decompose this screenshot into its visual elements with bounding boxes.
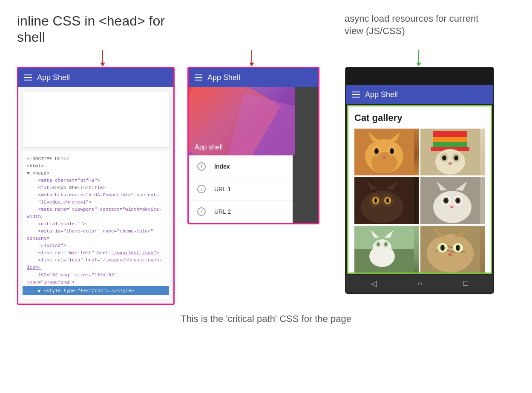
- phone-left-title: App Shell: [37, 73, 70, 82]
- white-content-box: [23, 92, 169, 147]
- cat-image-3: [354, 177, 414, 224]
- svg-point-41: [450, 206, 454, 208]
- bg-dark: [293, 87, 318, 224]
- nav-home-icon[interactable]: ○: [418, 279, 423, 288]
- arrow-right: [416, 50, 421, 66]
- cat-image-6: [420, 226, 480, 273]
- hamburger-icon-right[interactable]: [352, 92, 360, 98]
- top-labels: inline CSS in <head> for shell async loa…: [17, 13, 515, 46]
- phone-middle: App Shell App shell i Index: [187, 67, 319, 224]
- phone-middle-header: App Shell: [189, 68, 318, 87]
- main-layout: inline CSS in <head> for shell async loa…: [17, 13, 515, 324]
- info-icon-1: i: [197, 185, 206, 193]
- bottom-label: This is the 'critical path' CSS for the …: [17, 313, 515, 324]
- arrow-tip-red-mid: [249, 63, 254, 66]
- cat-cell-6: [420, 226, 485, 273]
- hamburger-icon-left[interactable]: [24, 75, 32, 80]
- arrow-left: [100, 50, 105, 66]
- cat-cell-4: [420, 177, 485, 224]
- svg-rect-15: [433, 142, 467, 147]
- phone-right-black-top: [346, 68, 493, 85]
- svg-point-29: [374, 198, 377, 203]
- drawer-item-2[interactable]: i URL 2: [189, 201, 295, 223]
- svg-point-11: [382, 156, 386, 159]
- cat-cell-1: [354, 129, 419, 175]
- phone-right-title: App Shell: [365, 90, 398, 99]
- drawer-panel: App shell i Index i URL 1 i U: [189, 87, 295, 223]
- info-icon-2: i: [197, 207, 206, 216]
- code-highlight-row: ... ▶ <style type="text/css">…</style>: [23, 286, 169, 295]
- annotation-arrows: [17, 50, 515, 67]
- drawer-label: App shell: [195, 143, 223, 151]
- cat-image-5: [354, 226, 414, 273]
- svg-point-2: [371, 152, 397, 173]
- cat-cell-3: [354, 177, 419, 224]
- svg-point-51: [384, 242, 388, 247]
- svg-point-58: [440, 245, 445, 251]
- drawer-item-0[interactable]: i Index: [189, 155, 295, 178]
- cat-image-1: [354, 129, 414, 175]
- svg-rect-13: [433, 131, 467, 137]
- drawer-item-label-2: URL 2: [214, 208, 231, 215]
- svg-point-50: [377, 242, 380, 247]
- arrow-line-red-mid: [251, 50, 252, 63]
- svg-point-20: [442, 155, 446, 161]
- phone-nav-bar: ◁ ○ □: [346, 275, 493, 293]
- cat-cell-5: [354, 226, 419, 273]
- drawer-items: i Index i URL 1 i URL 2: [189, 155, 295, 223]
- svg-point-7: [376, 150, 377, 152]
- info-icon-0: i: [197, 162, 206, 171]
- svg-rect-14: [433, 137, 467, 142]
- svg-point-60: [448, 253, 452, 256]
- svg-point-22: [448, 162, 452, 165]
- drawer-image-area: App shell: [189, 87, 295, 155]
- phones-row: App Shell <!DOCTYPE html> <html> ▼ <head…: [17, 67, 515, 305]
- code-text: <!DOCTYPE html> <html> ▼ <head> <meta ch…: [27, 155, 165, 295]
- arrow-line-green-right: [418, 50, 419, 63]
- phone-middle-title: App Shell: [207, 73, 240, 82]
- svg-point-59: [456, 245, 460, 251]
- phone-left-header: App Shell: [18, 68, 173, 87]
- svg-point-47: [373, 239, 391, 256]
- cat-cell-2: [420, 129, 485, 175]
- drawer-item-1[interactable]: i URL 1: [189, 178, 295, 201]
- svg-point-17: [435, 149, 465, 175]
- nav-square-icon[interactable]: □: [463, 279, 468, 288]
- svg-point-24: [361, 191, 403, 223]
- arrow-tip-green-right: [416, 63, 421, 66]
- svg-point-40: [457, 199, 459, 202]
- cat-gallery-content: Cat gallery: [348, 106, 491, 273]
- arrow-line-red-left: [102, 50, 103, 63]
- arrow-mid: [249, 50, 254, 66]
- drawer-area: App shell i Index i URL 1 i U: [189, 87, 318, 223]
- svg-point-8: [391, 150, 393, 152]
- green-outline-area: Cat gallery: [347, 105, 492, 274]
- cat-gallery-title: Cat gallery: [354, 112, 485, 123]
- arrow-tip-red-left: [100, 63, 105, 66]
- cat-image-4: [420, 177, 480, 224]
- drawer-item-label-1: URL 1: [214, 186, 231, 192]
- svg-point-39: [445, 199, 447, 202]
- hamburger-icon-mid[interactable]: [195, 75, 202, 80]
- cat-image-2: [420, 129, 480, 175]
- phone-left-content: <!DOCTYPE html> <html> ▼ <head> <meta ch…: [18, 87, 173, 304]
- label-inline-css: inline CSS in <head> for shell: [17, 13, 196, 46]
- nav-back-icon[interactable]: ◁: [371, 279, 377, 288]
- phone-right: App Shell Cat gallery: [345, 67, 494, 294]
- svg-point-21: [454, 155, 458, 161]
- phone-right-header: App Shell: [346, 85, 493, 104]
- label-async-load: async load resources for current view (J…: [345, 13, 489, 46]
- phone-left: App Shell <!DOCTYPE html> <html> ▼ <head…: [17, 67, 175, 305]
- cat-grid: [354, 129, 485, 273]
- svg-point-30: [386, 198, 389, 203]
- drawer-item-label-0: Index: [214, 163, 230, 170]
- code-block: <!DOCTYPE html> <html> ▼ <head> <meta ch…: [23, 151, 169, 299]
